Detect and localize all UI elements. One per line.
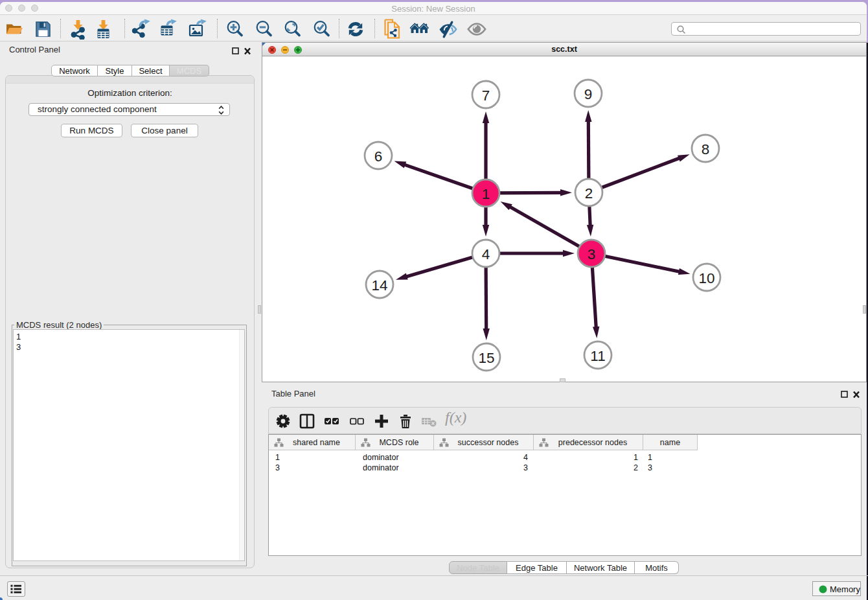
svg-text:15: 15 — [478, 350, 494, 366]
svg-text:2: 2 — [585, 185, 593, 202]
svg-text:3: 3 — [588, 246, 596, 262]
svg-text:4: 4 — [482, 246, 490, 262]
svg-text:10: 10 — [698, 270, 714, 286]
svg-text:6: 6 — [374, 148, 383, 165]
svg-text:9: 9 — [584, 86, 593, 102]
svg-text:7: 7 — [482, 87, 490, 104]
svg-text:11: 11 — [590, 348, 605, 364]
svg-text:8: 8 — [702, 141, 710, 157]
svg-text:1: 1 — [482, 186, 490, 202]
svg-text:14: 14 — [371, 277, 387, 294]
